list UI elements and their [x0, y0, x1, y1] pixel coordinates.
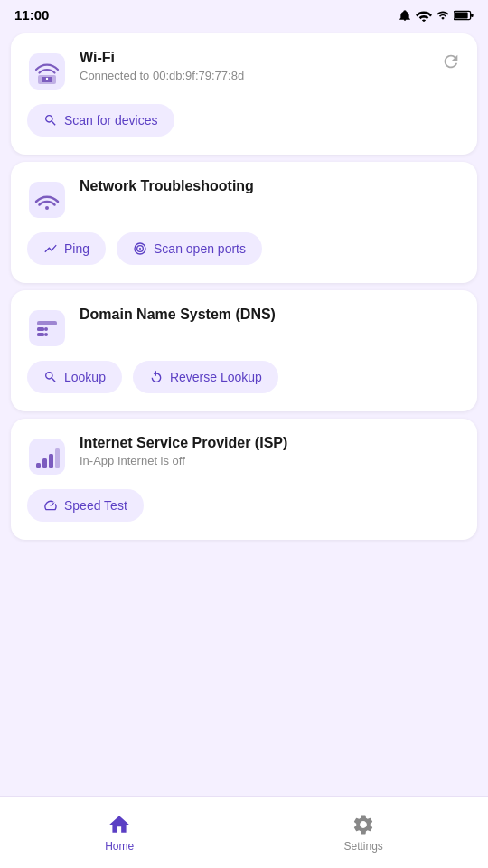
scroll-area: Wi-Fi Connected to 00:db:9f:79:77:8d Sca…: [0, 26, 488, 789]
refresh-button[interactable]: [441, 52, 461, 71]
svg-rect-1: [455, 12, 467, 18]
nav-settings[interactable]: Settings: [343, 813, 382, 853]
reverse-lookup-label: Reverse Lookup: [170, 370, 262, 384]
svg-rect-19: [36, 463, 41, 468]
scan-ports-btn[interactable]: Scan open ports: [117, 232, 262, 265]
svg-rect-21: [49, 454, 53, 468]
wifi-status-icon: [416, 9, 432, 22]
lookup-label: Lookup: [64, 370, 106, 384]
wifi-card-header: Wi-Fi Connected to 00:db:9f:79:77:8d: [27, 50, 461, 91]
svg-rect-2: [471, 13, 474, 16]
svg-rect-20: [42, 458, 47, 468]
svg-point-16: [44, 327, 48, 331]
settings-icon: [352, 813, 375, 836]
dns-card-info: Domain Name System (DNS): [80, 307, 461, 326]
wifi-subtitle: Connected to 00:db:9f:79:77:8d: [80, 69, 428, 82]
wifi-card: Wi-Fi Connected to 00:db:9f:79:77:8d Sca…: [11, 33, 477, 155]
battery-icon: [454, 10, 474, 21]
wifi-signal-icon: [27, 180, 67, 220]
home-nav-label: Home: [105, 840, 134, 853]
scan-ports-label: Scan open ports: [154, 241, 246, 256]
dns-card: Domain Name System (DNS) Lookup Reverse …: [11, 290, 477, 411]
svg-point-8: [45, 206, 49, 210]
isp-btn-row: Speed Test: [27, 489, 461, 522]
nt-btn-row: Ping Scan open ports: [27, 232, 461, 265]
isp-card-info: Internet Service Provider (ISP) In-App I…: [80, 435, 461, 467]
svg-rect-22: [55, 448, 60, 468]
svg-point-11: [139, 248, 141, 250]
network-troubleshooting-card: Network Troubleshooting Ping Scan open p…: [11, 162, 477, 283]
status-icons: [399, 9, 474, 22]
bottom-nav: Home Settings: [0, 796, 488, 868]
isp-subtitle: In-App Internet is off: [80, 454, 461, 467]
isp-card: Internet Service Provider (ISP) In-App I…: [11, 419, 477, 540]
dns-icon: [27, 308, 67, 348]
nav-home[interactable]: Home: [105, 813, 134, 853]
dns-card-header: Domain Name System (DNS): [27, 307, 461, 348]
signal-bars-icon: [27, 437, 67, 476]
wifi-router-icon: [27, 52, 67, 91]
nt-card-info: Network Troubleshooting: [80, 178, 461, 197]
svg-rect-13: [37, 321, 57, 326]
status-bar: 11:00: [0, 0, 488, 26]
wifi-btn-row: Scan for devices: [27, 104, 461, 137]
isp-title: Internet Service Provider (ISP): [80, 435, 461, 451]
svg-rect-7: [29, 182, 65, 218]
dns-btn-row: Lookup Reverse Lookup: [27, 361, 461, 393]
speed-test-label: Speed Test: [64, 498, 127, 513]
nt-card-header: Network Troubleshooting: [27, 178, 461, 220]
lookup-btn[interactable]: Lookup: [27, 361, 122, 393]
svg-rect-14: [37, 327, 44, 331]
svg-rect-15: [37, 333, 44, 336]
home-icon: [108, 813, 131, 836]
wifi-title: Wi-Fi: [80, 50, 428, 66]
speed-test-btn[interactable]: Speed Test: [27, 489, 144, 522]
status-time: 11:00: [14, 7, 49, 23]
scan-devices-label: Scan for devices: [64, 113, 158, 127]
notification-icon: [399, 9, 411, 22]
svg-point-17: [44, 333, 48, 336]
dns-title: Domain Name System (DNS): [80, 307, 461, 323]
ping-btn[interactable]: Ping: [27, 232, 106, 265]
svg-point-6: [46, 78, 48, 80]
settings-nav-label: Settings: [343, 840, 382, 853]
isp-card-header: Internet Service Provider (ISP) In-App I…: [27, 435, 461, 476]
wifi-card-info: Wi-Fi Connected to 00:db:9f:79:77:8d: [80, 50, 428, 82]
ping-label: Ping: [64, 241, 89, 256]
signal-icon: [436, 9, 449, 22]
nt-title: Network Troubleshooting: [80, 178, 461, 194]
scan-devices-btn[interactable]: Scan for devices: [27, 104, 174, 137]
reverse-lookup-btn[interactable]: Reverse Lookup: [133, 361, 278, 393]
